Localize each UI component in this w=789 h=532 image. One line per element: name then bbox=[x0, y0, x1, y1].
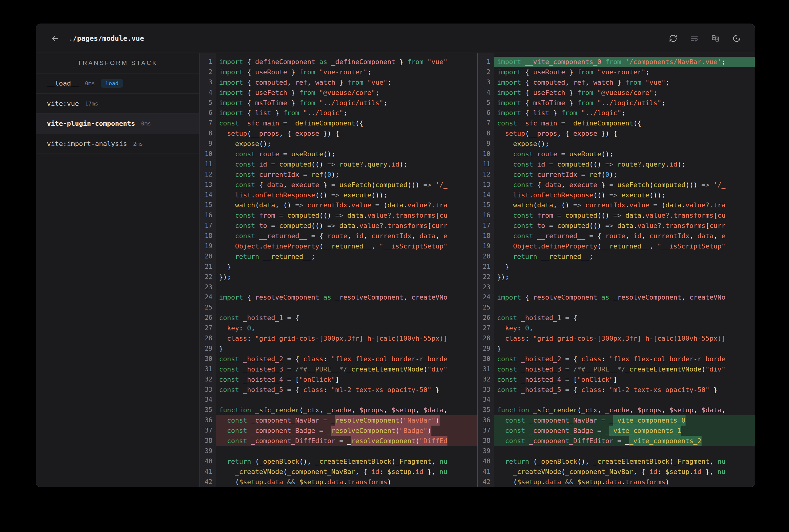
code-text: const id = computed(() => route?.query.i… bbox=[494, 159, 755, 170]
line-number: 11 bbox=[478, 159, 494, 170]
code-token: nu bbox=[440, 456, 448, 467]
sidebar-item--load-[interactable]: __load__0msload bbox=[36, 73, 199, 94]
plugin-list: __load__0msloadvite:vue17msvite-plugin-c… bbox=[36, 73, 199, 154]
code-token: ) bbox=[665, 477, 669, 487]
line-wrap-toggle[interactable] bbox=[690, 34, 699, 43]
code-line: 13 const { data, execute } = useFetch(co… bbox=[478, 180, 755, 190]
code-token: key bbox=[505, 323, 517, 334]
color-scheme-toggle[interactable] bbox=[732, 34, 741, 43]
code-text: const _component_Badge = _resolveCompone… bbox=[216, 425, 477, 436]
code-token: const bbox=[513, 231, 533, 241]
code-line: 24import { resolveComponent as _resolveC… bbox=[200, 292, 477, 303]
code-token: ); bbox=[677, 159, 685, 170]
code-token: "vue-router" bbox=[593, 67, 645, 77]
code-token: [ bbox=[427, 221, 432, 231]
code-token: _openBlock bbox=[259, 456, 299, 467]
code-token: route bbox=[613, 159, 637, 170]
code-token: __returned__ bbox=[259, 251, 311, 262]
code-token: . bbox=[347, 200, 351, 210]
code-token: $data bbox=[424, 405, 443, 415]
code-line: 23 bbox=[200, 282, 477, 292]
code-token: { bbox=[243, 67, 255, 77]
code-token: } bbox=[565, 88, 577, 98]
wrap-text-icon bbox=[690, 34, 699, 43]
line-number: 26 bbox=[200, 313, 216, 323]
code-token: function bbox=[219, 405, 251, 415]
line-number: 7 bbox=[200, 118, 216, 129]
code-token: "div" bbox=[427, 364, 447, 375]
sidebar-item-vite-import-analysis[interactable]: vite:import-analysis2ms bbox=[36, 134, 199, 154]
code-token: : bbox=[525, 334, 533, 344]
code-line: 4import { useFetch } from "@vueuse/core"… bbox=[200, 88, 477, 98]
line-number: 20 bbox=[478, 251, 494, 262]
code-token: curr bbox=[710, 221, 726, 231]
code-token: const bbox=[497, 385, 517, 395]
code-token: "vue-router" bbox=[315, 67, 367, 77]
code-token: , bbox=[307, 77, 315, 88]
code-text: const _hoisted_2 = { class: "flex flex-c… bbox=[216, 354, 477, 364]
line-number: 19 bbox=[478, 241, 494, 251]
code-token: computed bbox=[275, 221, 311, 231]
code-token: ( bbox=[649, 180, 653, 190]
code-panel-after[interactable]: 1import __vite_components_0 from '/compo… bbox=[478, 53, 755, 487]
code-text: const _component_NavBar = _resolveCompon… bbox=[216, 415, 477, 425]
code-token: . bbox=[690, 467, 693, 477]
line-number: 8 bbox=[478, 129, 494, 139]
code-token: ?. bbox=[657, 221, 665, 231]
sidebar-item-vite-plugin-components[interactable]: vite-plugin-components0ms bbox=[36, 114, 199, 134]
code-line: 11 const id = computed(() => route?.quer… bbox=[478, 159, 755, 170]
code-text: import { resolveComponent as _resolveCom… bbox=[494, 292, 755, 303]
code-token: { bbox=[521, 77, 533, 88]
code-token: ; bbox=[645, 67, 649, 77]
code-line: 21 } bbox=[200, 262, 477, 272]
code-text: key: 0, bbox=[216, 323, 477, 334]
code-panel-before[interactable]: 1import { defineComponent as _defineComp… bbox=[200, 53, 478, 487]
code-token: ( bbox=[299, 405, 303, 415]
code-token: from bbox=[283, 108, 299, 118]
code-token: = bbox=[549, 221, 553, 231]
code-token: ref bbox=[573, 77, 585, 88]
code-token: . bbox=[665, 159, 669, 170]
code-token: = bbox=[589, 231, 593, 241]
refresh-button[interactable] bbox=[669, 34, 677, 43]
code-token: , bbox=[371, 241, 379, 251]
code-token: _createElementVNode bbox=[625, 364, 701, 375]
code-token: execute bbox=[617, 190, 649, 201]
code-token: expose bbox=[573, 129, 597, 139]
code-token: "ml-2 text-xs opacity-50" bbox=[609, 385, 710, 395]
code-token: ( bbox=[533, 200, 537, 210]
code-token: } bbox=[597, 180, 609, 190]
line-number: 12 bbox=[200, 170, 216, 180]
code-line: 1import __vite_components_0 from '/compo… bbox=[478, 57, 755, 67]
code-text: ($setup.data && $setup.data.transforms) bbox=[216, 477, 477, 487]
diff-view-toggle[interactable] bbox=[711, 34, 720, 43]
code-token bbox=[497, 467, 513, 477]
code-token: => bbox=[605, 159, 613, 170]
code-token: $setup bbox=[517, 477, 541, 487]
code-line: 10 const route = useRoute(); bbox=[478, 149, 755, 159]
code-token bbox=[497, 129, 505, 139]
side-by-side-diff-icon bbox=[711, 34, 720, 43]
code-line: 30const _hoisted_2 = { class: "flex flex… bbox=[478, 354, 755, 364]
code-text: } bbox=[494, 344, 755, 354]
code-token: 0 bbox=[247, 323, 251, 334]
code-token: && bbox=[283, 477, 299, 487]
code-token: transforms bbox=[387, 221, 427, 231]
code-token: (() bbox=[589, 159, 605, 170]
line-number: 41 bbox=[200, 467, 216, 477]
code-token: route bbox=[255, 149, 283, 159]
code-token: : bbox=[517, 323, 525, 334]
code-token: (() bbox=[319, 210, 335, 221]
sidebar-item-vite-vue[interactable]: vite:vue17ms bbox=[36, 94, 199, 114]
code-text: return (_openBlock(), _createElementBloc… bbox=[216, 456, 477, 467]
back-button[interactable] bbox=[51, 34, 60, 43]
code-token: _hoisted_2 bbox=[517, 354, 565, 364]
code-token: } bbox=[565, 98, 577, 108]
code-token: , { bbox=[633, 467, 649, 477]
line-number: 15 bbox=[200, 200, 216, 210]
code-token: currentIdx bbox=[533, 170, 581, 180]
code-token: execute bbox=[569, 180, 597, 190]
code-token: = bbox=[565, 313, 569, 323]
code-token: execute bbox=[339, 190, 371, 201]
code-token: from bbox=[299, 98, 315, 108]
